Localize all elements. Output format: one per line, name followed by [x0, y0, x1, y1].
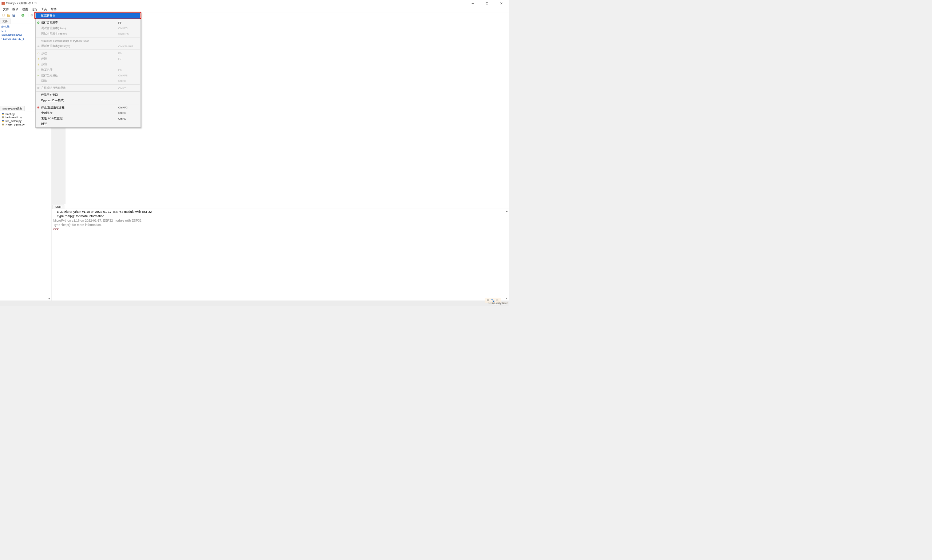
shell-line: ts JuMicroPython v1.18 on 2022-01-17; ES… — [53, 210, 507, 214]
play-icon — [36, 22, 41, 24]
window-title-text: Thonny - <无标题> @ 1 : 1 — [6, 2, 37, 5]
window-title: Thonny - <无标题> @ 1 : 1 — [2, 2, 37, 5]
menu-separator — [36, 37, 140, 37]
debug-button[interactable] — [29, 13, 34, 17]
menu-item-send-eof[interactable]: 发送 EOF/软重启 Ctrl+D — [36, 116, 140, 121]
shell-output[interactable]: ts JuMicroPython v1.18 on 2022-01-17; ES… — [52, 209, 509, 300]
close-button[interactable] — [494, 0, 508, 7]
terminal-icon — [36, 87, 41, 89]
menu-help[interactable]: 帮助 — [49, 7, 58, 12]
window-controls — [466, 0, 508, 7]
menu-item-run-current[interactable]: 运行当前脚本 F5 — [36, 20, 140, 25]
menu-item-interrupt[interactable]: 中断执行 Ctrl+C — [36, 110, 140, 116]
new-file-button[interactable] — [1, 13, 6, 17]
svg-rect-5 — [14, 15, 15, 16]
files-tab[interactable]: 文件 — [0, 18, 10, 24]
eye-icon — [36, 45, 41, 48]
menu-item-debug-birdseye[interactable]: 调试当前脚本(birdseye) Ctrl+Shift+B — [36, 44, 140, 49]
step-over-icon — [36, 52, 41, 55]
menu-separator — [36, 50, 140, 50]
menu-item-debug-nicer[interactable]: 调试当前脚本(nicer) Ctrl+F5 — [36, 25, 140, 31]
file-name: led_demo.py — [5, 119, 22, 123]
menu-item-pygame-zero[interactable]: Pygame Zero模式 — [36, 98, 140, 103]
menu-view[interactable]: 视图 — [20, 7, 30, 12]
menu-item-stop-restart[interactable]: 停止/重启后端进程 Ctrl+F2 — [36, 105, 140, 110]
run-button[interactable] — [20, 13, 25, 17]
device-panel: MicroPython设备 boot.py helloworld.py led_… — [0, 106, 51, 300]
menu-item-step-over[interactable]: 步过 F6 — [36, 51, 140, 56]
scroll-down-icon[interactable] — [48, 297, 51, 300]
python-file-icon — [2, 116, 5, 119]
step-into-icon — [36, 57, 41, 60]
menu-separator — [36, 104, 140, 105]
open-file-button[interactable] — [6, 13, 11, 17]
menu-tools[interactable]: 工具 — [39, 7, 49, 12]
scroll-up-icon[interactable] — [505, 210, 508, 213]
shell-tab[interactable]: Shell — [52, 205, 64, 209]
menu-edit[interactable]: 编辑 — [11, 7, 20, 12]
shell-line: Type "help()" for more information. — [53, 214, 507, 218]
shell-prompt[interactable]: >>> — [53, 227, 507, 231]
run-to-cursor-icon — [36, 74, 41, 77]
menubar: 文件 编辑 视图 运行 工具 帮助 — [0, 7, 509, 12]
menu-separator — [36, 91, 140, 92]
menu-item-debug-faster[interactable]: 调试当前脚本(faster) Shift+F5 — [36, 31, 140, 36]
svg-line-23 — [498, 300, 499, 301]
menu-separator — [36, 85, 140, 85]
watermark: CSDN @古鱼发财 — [488, 302, 507, 305]
menu-item-run-to-cursor[interactable]: 运行至光标处 Ctrl+F8 — [36, 73, 140, 78]
menu-item-run-in-terminal[interactable]: 在终端运行当前脚本 Ctrl+T — [36, 85, 140, 91]
menu-item-step-back[interactable]: 回执 Ctrl+B — [36, 78, 140, 84]
shell-panel: Shell ts JuMicroPython v1.18 on 2022-01-… — [52, 204, 509, 300]
svg-point-19 — [38, 46, 39, 46]
step-out-icon — [36, 63, 41, 66]
menu-separator — [36, 19, 140, 19]
menu-item-step-into[interactable]: 步进 F7 — [36, 56, 140, 62]
stop-icon — [36, 106, 41, 109]
python-file-icon — [2, 120, 5, 123]
app-window: Thonny - <无标题> @ 1 : 1 文件 编辑 视图 运行 工具 帮助 — [0, 0, 509, 306]
python-file-icon — [2, 112, 5, 115]
shell-line: Type "help()" for more information. — [53, 223, 507, 227]
file-name: helloworld.py — [5, 116, 22, 119]
titlebar: Thonny - <无标题> @ 1 : 1 — [0, 0, 509, 7]
maximize-button[interactable] — [480, 0, 494, 7]
menu-item-python-tutor[interactable]: Visualize current script at Python Tutor — [36, 38, 140, 43]
svg-rect-20 — [39, 75, 39, 76]
file-name: PWM_demo.py — [5, 123, 25, 126]
resume-icon — [36, 69, 41, 71]
menu-item-disconnect[interactable]: 断开 — [36, 122, 140, 127]
app-icon — [2, 2, 5, 5]
svg-point-22 — [497, 299, 498, 300]
svg-rect-0 — [472, 3, 474, 4]
menu-item-step-out[interactable]: 步出 — [36, 62, 140, 67]
device-tab[interactable]: MicroPython设备 — [0, 106, 25, 111]
run-menu-dropdown: 配置解释器 运行当前脚本 F5 调试当前脚本(nicer) Ctrl+F5 调试… — [35, 12, 140, 128]
menu-item-resume[interactable]: 恢复执行 F8 — [36, 67, 140, 73]
menu-item-dock-user-windows[interactable]: 停靠用户窗口 — [36, 92, 140, 97]
svg-point-8 — [31, 15, 32, 15]
python-file-icon — [2, 123, 5, 126]
save-button[interactable] — [12, 13, 16, 17]
menu-item-configure-interpreter[interactable]: 配置解释器 — [36, 13, 140, 18]
svg-rect-4 — [13, 14, 15, 15]
menu-run[interactable]: 运行 — [30, 7, 39, 12]
shell-line: MicroPython v1.18 on 2022-01-17; ESP32 m… — [53, 218, 507, 223]
statusbar: MicroPython — [0, 300, 509, 306]
file-name: boot.py — [5, 112, 15, 115]
menu-file[interactable]: 文件 — [1, 7, 11, 12]
svg-rect-1 — [486, 3, 488, 5]
minimize-button[interactable] — [466, 0, 480, 7]
scroll-down-icon[interactable] — [505, 297, 508, 300]
